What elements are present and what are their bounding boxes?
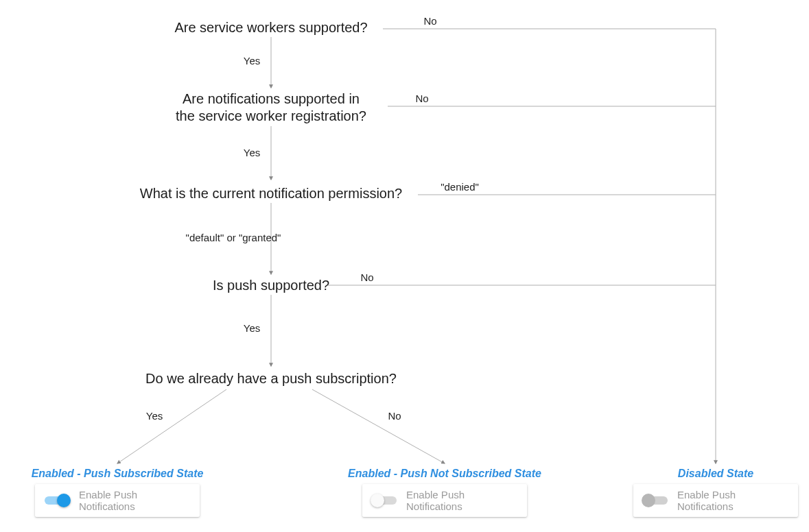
svg-line-4: [117, 389, 226, 463]
toggle-off-icon[interactable]: [371, 494, 398, 507]
edge-q2-yes: Yes: [244, 147, 260, 158]
svg-line-5: [312, 389, 445, 463]
state-title-disabled: Disabled State: [678, 468, 753, 480]
node-q1: Are service workers supported?: [174, 19, 367, 36]
card-label-subscribed: Enable Push Notifications: [79, 489, 191, 512]
edge-q3-denied: "denied": [441, 181, 479, 193]
edge-q4-yes: Yes: [244, 322, 260, 334]
edge-q5-no: No: [388, 410, 401, 422]
toggle-disabled-icon: [642, 494, 669, 507]
edge-q1-yes: Yes: [244, 55, 260, 66]
node-q3: What is the current notification permiss…: [140, 185, 402, 202]
edge-q2-no: No: [415, 93, 428, 104]
node-q4: Is push supported?: [213, 277, 329, 294]
card-label-not-subscribed: Enable Push Notifications: [406, 489, 519, 512]
edge-q4-no: No: [360, 271, 373, 283]
state-title-subscribed: Enabled - Push Subscribed State: [32, 468, 204, 480]
card-label-disabled: Enable Push Notifications: [677, 489, 790, 512]
edge-q1-no: No: [423, 15, 436, 27]
flowchart-canvas: Are service workers supported? Are notif…: [0, 0, 809, 532]
edge-q3-default: "default" or "granted": [186, 232, 281, 243]
flow-lines: [0, 0, 809, 532]
card-disabled: Enable Push Notifications: [633, 484, 798, 517]
toggle-on-icon[interactable]: [43, 494, 71, 507]
state-title-not-subscribed: Enabled - Push Not Subscribed State: [348, 468, 541, 480]
node-q5: Do we already have a push subscription?: [145, 370, 397, 387]
edge-q5-yes: Yes: [146, 410, 163, 422]
node-q2: Are notifications supported in the servi…: [176, 90, 366, 125]
card-enabled-not-subscribed: Enable Push Notifications: [362, 484, 527, 517]
card-enabled-subscribed: Enable Push Notifications: [35, 484, 200, 517]
